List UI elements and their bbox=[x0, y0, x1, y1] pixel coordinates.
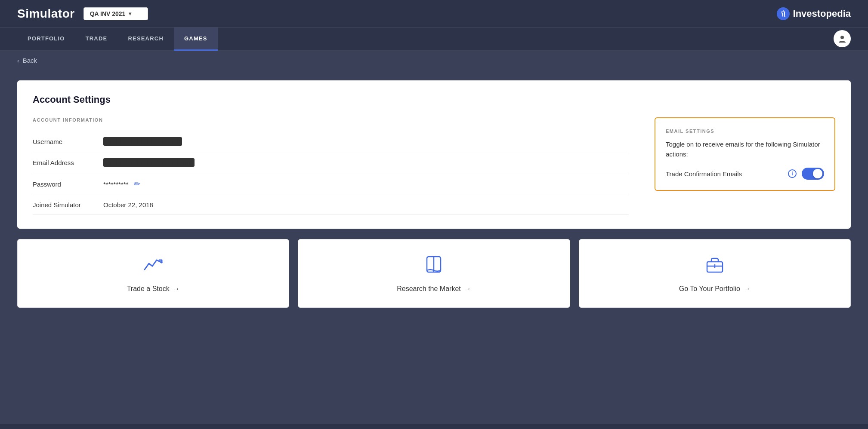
chevron-down-icon: ▾ bbox=[129, 11, 131, 17]
email-redacted: ██████████████.om bbox=[103, 158, 195, 167]
back-breadcrumb[interactable]: ‹ Back bbox=[0, 51, 868, 70]
settings-card: Account Settings ACCOUNT INFORMATION Use… bbox=[17, 80, 851, 229]
tab-research[interactable]: RESEARCH bbox=[117, 28, 174, 51]
book-icon bbox=[423, 254, 444, 277]
username-value: ██████████████ bbox=[103, 137, 629, 146]
main-content: Account Settings ACCOUNT INFORMATION Use… bbox=[0, 70, 868, 424]
briefcase-icon bbox=[704, 254, 725, 277]
password-label: Password bbox=[33, 181, 93, 188]
research-market-label: Research the Market → bbox=[397, 285, 471, 293]
user-avatar-button[interactable] bbox=[834, 30, 851, 47]
svg-point-1 bbox=[840, 36, 844, 39]
trade-confirmation-toggle[interactable] bbox=[802, 168, 824, 180]
trade-stock-arrow: → bbox=[173, 285, 180, 293]
investopedia-label: Investopedia bbox=[793, 8, 851, 19]
password-value: ********** ✏ bbox=[103, 179, 629, 189]
action-cards-row: Trade a Stock → Research the Market → bbox=[17, 239, 851, 308]
brand-simulator: Simulator bbox=[17, 7, 75, 21]
tab-trade[interactable]: TRADE bbox=[75, 28, 118, 51]
email-label: Email Address bbox=[33, 159, 93, 166]
trade-stock-label: Trade a Stock → bbox=[127, 285, 180, 293]
goto-portfolio-label: Go To Your Portfolio → bbox=[679, 285, 751, 293]
toggle-thumb bbox=[813, 169, 822, 178]
password-row: Password ********** ✏ bbox=[33, 173, 629, 195]
game-selector-label: QA INV 2021 bbox=[90, 10, 126, 17]
toggle-label-text: Trade Confirmation Emails bbox=[666, 170, 783, 178]
email-value: ██████████████.om bbox=[103, 158, 629, 167]
back-chevron-icon: ‹ bbox=[17, 57, 19, 64]
trade-confirmation-toggle-row: Trade Confirmation Emails i bbox=[666, 168, 824, 180]
username-row: Username ██████████████ bbox=[33, 131, 629, 152]
account-info-section: ACCOUNT INFORMATION Username ███████████… bbox=[33, 117, 629, 215]
info-circle-icon[interactable]: i bbox=[788, 169, 797, 178]
username-label: Username bbox=[33, 138, 93, 145]
username-redacted: ██████████████ bbox=[103, 137, 182, 146]
settings-body: ACCOUNT INFORMATION Username ███████████… bbox=[33, 117, 835, 215]
joined-row: Joined Simulator October 22, 2018 bbox=[33, 195, 629, 215]
email-row: Email Address ██████████████.om bbox=[33, 152, 629, 173]
research-market-card[interactable]: Research the Market → bbox=[298, 239, 570, 308]
email-settings-box: EMAIL SETTINGS Toggle on to receive emai… bbox=[655, 117, 835, 191]
account-info-section-label: ACCOUNT INFORMATION bbox=[33, 117, 629, 123]
joined-value: October 22, 2018 bbox=[103, 201, 629, 208]
edit-password-icon[interactable]: ✏ bbox=[134, 180, 140, 188]
toggle-track bbox=[802, 168, 824, 180]
trade-stock-card[interactable]: Trade a Stock → bbox=[17, 239, 289, 308]
tab-games[interactable]: GAMES bbox=[174, 28, 218, 51]
top-navigation: Simulator QA INV 2021 ▾ Investopedia bbox=[0, 0, 868, 28]
research-market-arrow: → bbox=[464, 285, 471, 293]
investopedia-logo: Investopedia bbox=[777, 7, 851, 20]
game-selector-dropdown[interactable]: QA INV 2021 ▾ bbox=[83, 7, 148, 20]
goto-portfolio-arrow: → bbox=[744, 285, 751, 293]
back-label: Back bbox=[23, 57, 37, 64]
goto-portfolio-card[interactable]: Go To Your Portfolio → bbox=[579, 239, 851, 308]
settings-title: Account Settings bbox=[33, 94, 835, 105]
nav-tabs-bar: PORTFOLIO TRADE RESEARCH GAMES bbox=[0, 28, 868, 51]
email-settings-section-label: EMAIL SETTINGS bbox=[666, 129, 824, 134]
email-settings-description: Toggle on to receive emails for the foll… bbox=[666, 140, 824, 159]
stock-chart-icon bbox=[143, 254, 164, 277]
tab-portfolio[interactable]: PORTFOLIO bbox=[17, 28, 75, 51]
password-dots: ********** bbox=[103, 181, 128, 188]
investopedia-logo-icon bbox=[777, 7, 790, 20]
joined-label: Joined Simulator bbox=[33, 201, 93, 208]
